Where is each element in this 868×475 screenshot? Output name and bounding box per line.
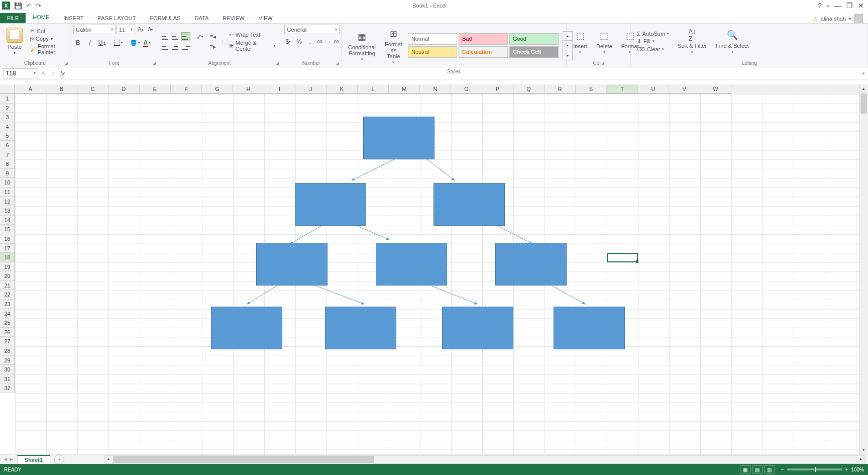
wrap-text-button[interactable]: ↩Wrap Text (227, 31, 278, 39)
col-header[interactable]: E (140, 84, 171, 94)
align-top[interactable] (161, 32, 170, 41)
active-cell[interactable] (607, 253, 638, 262)
decrease-font-icon[interactable]: A▾ (146, 25, 155, 34)
increase-indent[interactable]: ≡▸ (208, 42, 218, 51)
paste-button[interactable]: Paste ▾ (3, 25, 26, 58)
col-header[interactable]: R (545, 84, 576, 94)
col-header[interactable]: U (638, 84, 669, 94)
style-neutral[interactable]: Neutral (408, 46, 457, 58)
copy-button[interactable]: ⎘Copy▾ (28, 35, 67, 42)
row-header[interactable]: 28 (0, 346, 15, 356)
merge-center-button[interactable]: ⊞Merge & Center▾ (227, 39, 278, 52)
qat-redo-icon[interactable]: ↷ (36, 2, 41, 10)
increase-font-icon[interactable]: A▴ (136, 25, 145, 34)
align-center[interactable] (171, 42, 180, 51)
qat-undo-icon[interactable]: ↶ (26, 2, 32, 10)
view-page-break[interactable]: ▥ (764, 465, 775, 473)
percent-format[interactable]: % (295, 37, 303, 46)
col-header[interactable]: S (576, 84, 607, 94)
font-color-button[interactable]: A▾ (143, 38, 152, 47)
row-header[interactable]: 2 (0, 104, 15, 113)
style-calculation[interactable]: Calculation (459, 46, 508, 58)
row-header[interactable]: 12 (0, 197, 15, 207)
row-header[interactable]: 8 (0, 159, 15, 169)
column-headers[interactable]: ABCDEFGHIJKLMNOPQRSTUVW (15, 84, 859, 94)
row-header[interactable]: 14 (0, 216, 15, 225)
tab-data[interactable]: DATA (188, 13, 216, 23)
tab-home[interactable]: HOME (26, 12, 56, 23)
col-header[interactable]: H (233, 84, 264, 94)
style-bad[interactable]: Bad (459, 33, 508, 45)
zoom-in-icon[interactable]: + (845, 467, 848, 472)
shape-rect-l4-3[interactable] (442, 307, 513, 349)
view-normal[interactable]: ▦ (740, 465, 751, 473)
decrease-indent[interactable]: ≡◂ (208, 32, 218, 41)
format-as-table-button[interactable]: ⊞ Format as Table▾ (381, 25, 406, 67)
align-middle[interactable] (171, 32, 180, 41)
delete-cells-button[interactable]: ⬚Delete▾ (593, 27, 616, 57)
bold-button[interactable]: B (73, 38, 82, 47)
shape-rect-root[interactable] (363, 117, 435, 159)
row-header[interactable]: 10 (0, 178, 15, 187)
zoom-slider[interactable] (787, 468, 842, 470)
row-header[interactable]: 7 (0, 150, 15, 160)
col-header[interactable]: M (389, 84, 420, 94)
col-header[interactable]: F (171, 84, 202, 94)
col-header[interactable]: J (295, 84, 327, 94)
format-painter-button[interactable]: 🖌Format Painter (28, 43, 67, 56)
row-header[interactable]: 17 (0, 244, 15, 253)
restore-icon[interactable]: ❐ (846, 2, 853, 10)
close-icon[interactable]: ✕ (858, 2, 864, 10)
scroll-down-icon[interactable]: ▾ (859, 446, 868, 454)
insert-cells-button[interactable]: ⬚Insert▾ (570, 27, 591, 57)
col-header[interactable]: P (482, 84, 513, 94)
dialog-launcher-icon[interactable]: ◢ (152, 61, 156, 66)
find-select-button[interactable]: 🔍Find & Select▾ (712, 26, 752, 56)
col-header[interactable]: T (607, 84, 638, 94)
row-header[interactable]: 5 (0, 131, 15, 141)
autosum-button[interactable]: ΣAutoSum▾ (635, 30, 671, 37)
col-header[interactable]: W (700, 84, 731, 94)
row-header[interactable]: 32 (0, 384, 15, 393)
view-page-layout[interactable]: ▤ (752, 465, 763, 473)
col-header[interactable]: C (77, 84, 108, 94)
col-header[interactable]: A (15, 84, 46, 94)
worksheet-grid[interactable]: ABCDEFGHIJKLMNOPQRSTUVW 1234567891011121… (0, 84, 859, 454)
shape-rect-l3-2[interactable] (376, 243, 447, 286)
font-name-combo[interactable]: Calibri▾ (73, 25, 116, 34)
dialog-launcher-icon[interactable]: ◢ (336, 61, 339, 66)
shape-rect-l4-2[interactable] (325, 307, 396, 349)
row-header[interactable]: 6 (0, 141, 15, 150)
account-area[interactable]: ⚠ alina shah ▾ (813, 14, 868, 23)
tab-insert[interactable]: INSERT (56, 13, 90, 23)
tab-page-layout[interactable]: PAGE LAYOUT (90, 13, 143, 23)
minimize-icon[interactable]: — (834, 2, 841, 10)
horizontal-scrollbar[interactable]: ◂ ▸ (104, 455, 865, 463)
tab-formulas[interactable]: FORMULAS (143, 13, 187, 23)
row-header[interactable]: 20 (0, 271, 15, 281)
vertical-scrollbar[interactable]: ▴ ▾ (859, 84, 868, 454)
fill-button[interactable]: ⬇Fill▾ (635, 38, 671, 45)
sheet-nav[interactable]: ◂▸ (0, 456, 17, 462)
zoom-level[interactable]: 100% (851, 467, 864, 472)
sheet-tab[interactable]: Sheet1 (17, 455, 50, 464)
shape-rect-l4-4[interactable] (554, 307, 625, 349)
increase-decimal[interactable]: .00→ (317, 37, 326, 46)
row-header[interactable]: 21 (0, 281, 15, 291)
decrease-decimal[interactable]: ←.00 (329, 37, 338, 46)
tab-view[interactable]: VIEW (252, 13, 280, 23)
new-sheet-button[interactable]: + (54, 454, 64, 464)
tab-file[interactable]: FILE (0, 13, 26, 23)
shape-rect-l3-1[interactable] (256, 243, 328, 286)
zoom-out-icon[interactable]: − (781, 467, 784, 472)
style-normal[interactable]: Normal (408, 33, 457, 45)
clear-button[interactable]: ⌫Clear▾ (635, 46, 671, 53)
sort-filter-button[interactable]: A↓ZSort & Filter▾ (674, 26, 710, 56)
name-box[interactable]: T18▾ (3, 68, 38, 78)
col-header[interactable]: B (46, 84, 77, 94)
col-header[interactable]: N (420, 84, 451, 94)
number-format-combo[interactable]: General▾ (284, 25, 340, 34)
col-header[interactable]: K (327, 84, 358, 94)
scroll-up-icon[interactable]: ▴ (859, 84, 868, 92)
align-right[interactable] (181, 42, 190, 51)
